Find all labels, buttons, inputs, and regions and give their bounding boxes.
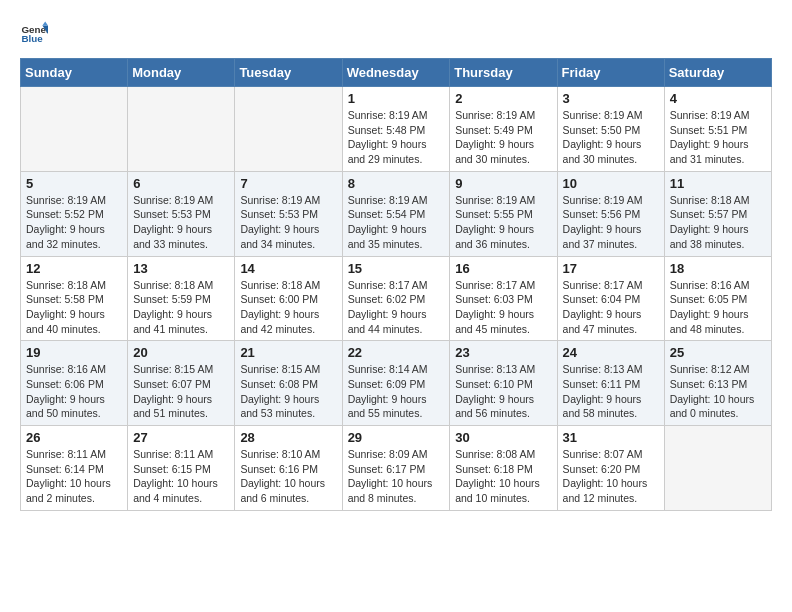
day-number: 30 <box>455 430 551 445</box>
day-number: 19 <box>26 345 122 360</box>
calendar-cell: 27Sunrise: 8:11 AM Sunset: 6:15 PM Dayli… <box>128 426 235 511</box>
day-info: Sunrise: 8:19 AM Sunset: 5:55 PM Dayligh… <box>455 193 551 252</box>
calendar-cell: 30Sunrise: 8:08 AM Sunset: 6:18 PM Dayli… <box>450 426 557 511</box>
day-info: Sunrise: 8:10 AM Sunset: 6:16 PM Dayligh… <box>240 447 336 506</box>
calendar-cell <box>235 87 342 172</box>
day-number: 8 <box>348 176 445 191</box>
day-number: 23 <box>455 345 551 360</box>
day-number: 7 <box>240 176 336 191</box>
day-number: 3 <box>563 91 659 106</box>
day-info: Sunrise: 8:13 AM Sunset: 6:11 PM Dayligh… <box>563 362 659 421</box>
svg-text:Blue: Blue <box>21 33 43 44</box>
calendar: SundayMondayTuesdayWednesdayThursdayFrid… <box>20 58 772 511</box>
calendar-cell: 8Sunrise: 8:19 AM Sunset: 5:54 PM Daylig… <box>342 171 450 256</box>
day-number: 25 <box>670 345 766 360</box>
calendar-cell: 9Sunrise: 8:19 AM Sunset: 5:55 PM Daylig… <box>450 171 557 256</box>
header-friday: Friday <box>557 59 664 87</box>
day-info: Sunrise: 8:16 AM Sunset: 6:06 PM Dayligh… <box>26 362 122 421</box>
day-number: 13 <box>133 261 229 276</box>
calendar-cell: 26Sunrise: 8:11 AM Sunset: 6:14 PM Dayli… <box>21 426 128 511</box>
day-info: Sunrise: 8:16 AM Sunset: 6:05 PM Dayligh… <box>670 278 766 337</box>
day-info: Sunrise: 8:14 AM Sunset: 6:09 PM Dayligh… <box>348 362 445 421</box>
day-info: Sunrise: 8:19 AM Sunset: 5:50 PM Dayligh… <box>563 108 659 167</box>
calendar-cell: 5Sunrise: 8:19 AM Sunset: 5:52 PM Daylig… <box>21 171 128 256</box>
day-number: 22 <box>348 345 445 360</box>
day-number: 28 <box>240 430 336 445</box>
day-number: 21 <box>240 345 336 360</box>
day-number: 9 <box>455 176 551 191</box>
calendar-cell: 14Sunrise: 8:18 AM Sunset: 6:00 PM Dayli… <box>235 256 342 341</box>
calendar-week-2: 12Sunrise: 8:18 AM Sunset: 5:58 PM Dayli… <box>21 256 772 341</box>
calendar-cell: 24Sunrise: 8:13 AM Sunset: 6:11 PM Dayli… <box>557 341 664 426</box>
day-number: 26 <box>26 430 122 445</box>
calendar-cell: 12Sunrise: 8:18 AM Sunset: 5:58 PM Dayli… <box>21 256 128 341</box>
header: General Blue <box>20 20 772 48</box>
day-number: 29 <box>348 430 445 445</box>
day-number: 20 <box>133 345 229 360</box>
day-info: Sunrise: 8:13 AM Sunset: 6:10 PM Dayligh… <box>455 362 551 421</box>
calendar-cell: 23Sunrise: 8:13 AM Sunset: 6:10 PM Dayli… <box>450 341 557 426</box>
day-info: Sunrise: 8:17 AM Sunset: 6:04 PM Dayligh… <box>563 278 659 337</box>
day-number: 16 <box>455 261 551 276</box>
calendar-cell: 19Sunrise: 8:16 AM Sunset: 6:06 PM Dayli… <box>21 341 128 426</box>
day-info: Sunrise: 8:11 AM Sunset: 6:14 PM Dayligh… <box>26 447 122 506</box>
day-info: Sunrise: 8:15 AM Sunset: 6:07 PM Dayligh… <box>133 362 229 421</box>
day-number: 18 <box>670 261 766 276</box>
day-number: 6 <box>133 176 229 191</box>
header-saturday: Saturday <box>664 59 771 87</box>
day-info: Sunrise: 8:11 AM Sunset: 6:15 PM Dayligh… <box>133 447 229 506</box>
calendar-cell: 17Sunrise: 8:17 AM Sunset: 6:04 PM Dayli… <box>557 256 664 341</box>
day-info: Sunrise: 8:18 AM Sunset: 6:00 PM Dayligh… <box>240 278 336 337</box>
day-number: 1 <box>348 91 445 106</box>
calendar-cell: 20Sunrise: 8:15 AM Sunset: 6:07 PM Dayli… <box>128 341 235 426</box>
calendar-cell: 15Sunrise: 8:17 AM Sunset: 6:02 PM Dayli… <box>342 256 450 341</box>
day-info: Sunrise: 8:19 AM Sunset: 5:56 PM Dayligh… <box>563 193 659 252</box>
calendar-cell: 10Sunrise: 8:19 AM Sunset: 5:56 PM Dayli… <box>557 171 664 256</box>
day-info: Sunrise: 8:12 AM Sunset: 6:13 PM Dayligh… <box>670 362 766 421</box>
calendar-cell <box>21 87 128 172</box>
calendar-week-0: 1Sunrise: 8:19 AM Sunset: 5:48 PM Daylig… <box>21 87 772 172</box>
day-number: 12 <box>26 261 122 276</box>
day-number: 5 <box>26 176 122 191</box>
day-info: Sunrise: 8:19 AM Sunset: 5:53 PM Dayligh… <box>133 193 229 252</box>
header-monday: Monday <box>128 59 235 87</box>
calendar-cell: 3Sunrise: 8:19 AM Sunset: 5:50 PM Daylig… <box>557 87 664 172</box>
calendar-week-4: 26Sunrise: 8:11 AM Sunset: 6:14 PM Dayli… <box>21 426 772 511</box>
calendar-cell: 21Sunrise: 8:15 AM Sunset: 6:08 PM Dayli… <box>235 341 342 426</box>
calendar-cell: 29Sunrise: 8:09 AM Sunset: 6:17 PM Dayli… <box>342 426 450 511</box>
day-info: Sunrise: 8:18 AM Sunset: 5:57 PM Dayligh… <box>670 193 766 252</box>
day-info: Sunrise: 8:19 AM Sunset: 5:54 PM Dayligh… <box>348 193 445 252</box>
day-number: 11 <box>670 176 766 191</box>
calendar-week-3: 19Sunrise: 8:16 AM Sunset: 6:06 PM Dayli… <box>21 341 772 426</box>
day-number: 27 <box>133 430 229 445</box>
calendar-cell: 25Sunrise: 8:12 AM Sunset: 6:13 PM Dayli… <box>664 341 771 426</box>
calendar-cell <box>664 426 771 511</box>
day-number: 17 <box>563 261 659 276</box>
calendar-header-row: SundayMondayTuesdayWednesdayThursdayFrid… <box>21 59 772 87</box>
calendar-cell: 22Sunrise: 8:14 AM Sunset: 6:09 PM Dayli… <box>342 341 450 426</box>
calendar-cell: 2Sunrise: 8:19 AM Sunset: 5:49 PM Daylig… <box>450 87 557 172</box>
logo: General Blue <box>20 20 52 48</box>
day-number: 2 <box>455 91 551 106</box>
calendar-cell: 28Sunrise: 8:10 AM Sunset: 6:16 PM Dayli… <box>235 426 342 511</box>
day-info: Sunrise: 8:19 AM Sunset: 5:49 PM Dayligh… <box>455 108 551 167</box>
day-number: 31 <box>563 430 659 445</box>
calendar-cell: 4Sunrise: 8:19 AM Sunset: 5:51 PM Daylig… <box>664 87 771 172</box>
calendar-cell: 16Sunrise: 8:17 AM Sunset: 6:03 PM Dayli… <box>450 256 557 341</box>
calendar-cell: 11Sunrise: 8:18 AM Sunset: 5:57 PM Dayli… <box>664 171 771 256</box>
day-info: Sunrise: 8:18 AM Sunset: 5:59 PM Dayligh… <box>133 278 229 337</box>
calendar-cell: 7Sunrise: 8:19 AM Sunset: 5:53 PM Daylig… <box>235 171 342 256</box>
header-tuesday: Tuesday <box>235 59 342 87</box>
calendar-cell <box>128 87 235 172</box>
calendar-cell: 18Sunrise: 8:16 AM Sunset: 6:05 PM Dayli… <box>664 256 771 341</box>
header-thursday: Thursday <box>450 59 557 87</box>
day-info: Sunrise: 8:19 AM Sunset: 5:52 PM Dayligh… <box>26 193 122 252</box>
day-number: 15 <box>348 261 445 276</box>
header-sunday: Sunday <box>21 59 128 87</box>
header-wednesday: Wednesday <box>342 59 450 87</box>
calendar-cell: 1Sunrise: 8:19 AM Sunset: 5:48 PM Daylig… <box>342 87 450 172</box>
day-number: 14 <box>240 261 336 276</box>
calendar-week-1: 5Sunrise: 8:19 AM Sunset: 5:52 PM Daylig… <box>21 171 772 256</box>
calendar-cell: 6Sunrise: 8:19 AM Sunset: 5:53 PM Daylig… <box>128 171 235 256</box>
day-info: Sunrise: 8:15 AM Sunset: 6:08 PM Dayligh… <box>240 362 336 421</box>
